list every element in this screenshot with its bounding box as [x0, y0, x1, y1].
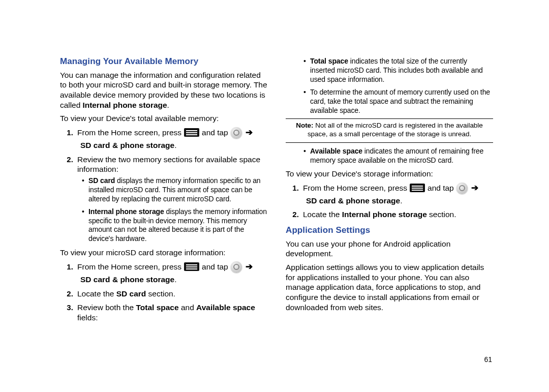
steps-list-sd: From the Home screen, press and tap ➔ SD… — [60, 261, 267, 323]
bullet-sd-bold: SD card — [88, 176, 115, 185]
step-2-text: Review the two memory sections for avail… — [77, 155, 260, 174]
bullet-internal-storage: Internal phone storage displays the memo… — [88, 207, 267, 244]
sd-step-2-pre: Locate the — [77, 289, 116, 298]
bullet-determine-text: To determine the amount of memory curren… — [310, 88, 490, 114]
left-column: Managing Your Available Memory You can m… — [60, 56, 267, 327]
note-text: Not all of the microSD card is registere… — [308, 122, 483, 138]
settings-icon — [231, 261, 242, 273]
settings-icon — [456, 183, 468, 194]
step-1-sub: SD card & phone storage. — [80, 140, 267, 150]
arrow-icon: ➔ — [246, 261, 253, 273]
settings-icon — [231, 127, 242, 138]
step-1-pre: From the Home screen, press — [77, 128, 181, 138]
document-page: Managing Your Available Memory You can m… — [0, 0, 549, 392]
columns: Managing Your Available Memory You can m… — [60, 56, 493, 327]
st-step-2-pre: Locate the — [303, 210, 342, 219]
sd-step-3-after: fields: — [77, 313, 98, 322]
step-2-bullets: SD card displays the memory information … — [77, 176, 267, 244]
st-step-2-bold: Internal phone storage — [342, 210, 427, 219]
right-column: Total space indicates the total size of … — [286, 56, 493, 327]
step-1-mid: and tap — [202, 128, 228, 138]
sd-step-3-bold2: Available space — [196, 303, 255, 312]
arrow-icon: ➔ — [246, 127, 253, 138]
sd-phone-storage-label: SD card & phone storage — [80, 141, 174, 149]
st-step-1: From the Home screen, press and tap ➔ SD… — [301, 183, 493, 206]
view-sd-info-text: To view your microSD card storage inform… — [60, 248, 267, 258]
app-settings-p1: You can use your phone for Android appli… — [286, 239, 493, 259]
sd-step-2-after: section. — [146, 289, 175, 298]
rule-bottom — [286, 142, 493, 143]
step-2: Review the two memory sections for avail… — [75, 155, 267, 244]
sd-step-3-bold1: Total space — [136, 303, 178, 312]
sd-phone-storage-label-3: SD card & phone storage — [306, 196, 400, 205]
arrow-icon: ➔ — [471, 183, 478, 194]
heading-application-settings: Application Settings — [286, 225, 493, 236]
intro-paragraph: You can manage the information and confi… — [60, 70, 267, 110]
bullet-total-space: Total space indicates the total size of … — [310, 57, 493, 84]
steps-list-total: From the Home screen, press and tap ➔ SD… — [60, 127, 267, 244]
rule-top — [286, 118, 493, 119]
heading-managing-memory: Managing Your Available Memory — [60, 56, 267, 67]
sd-step-3: Review both the Total space and Availabl… — [75, 303, 267, 322]
menu-icon — [184, 262, 199, 271]
view-total-memory-text: To view your Device's total available me… — [60, 113, 267, 124]
sd-step-2: Locate the SD card section. — [75, 289, 267, 299]
step-1-line: From the Home screen, press and tap ➔ — [77, 127, 267, 138]
right-bullets-top: Total space indicates the total size of … — [286, 57, 493, 115]
bullet-ips-bold: Internal phone storage — [88, 207, 164, 216]
st-step-1-sub: SD card & phone storage. — [306, 196, 493, 206]
view-storage-info-text: To view your Device's storage informatio… — [286, 169, 493, 179]
sd-step-2-bold: SD card — [116, 289, 146, 298]
app-settings-p2: Application settings allows you to view … — [286, 262, 493, 312]
steps-list-storage: From the Home screen, press and tap ➔ SD… — [286, 183, 493, 220]
sd-step-1-sub: SD card & phone storage. — [80, 275, 267, 285]
bullet-total-bold: Total space — [310, 57, 348, 65]
intro-bold: Internal phone storage — [82, 101, 167, 109]
bullet-avail-bold: Available space — [310, 147, 362, 155]
st-step-1-mid: and tap — [428, 183, 454, 193]
bullet-avail-space: Available space indicates the amount of … — [310, 147, 493, 165]
sd-phone-storage-label-2: SD card & phone storage — [80, 275, 174, 284]
sd-step-1-mid: and tap — [202, 262, 228, 272]
sd-step-3-pre: Review both the — [77, 303, 136, 312]
page-number: 61 — [484, 355, 492, 364]
st-step-1-pre: From the Home screen, press — [303, 183, 407, 193]
menu-icon — [410, 184, 425, 192]
menu-icon — [184, 128, 199, 137]
bullet-sd-card: SD card displays the memory information … — [88, 176, 267, 204]
sd-step-3-mid: and — [179, 303, 196, 312]
sd-step-1: From the Home screen, press and tap ➔ SD… — [75, 261, 267, 285]
note-bold: Note: — [296, 122, 313, 129]
st-step-2-after: section. — [427, 210, 456, 219]
right-bullets-avail: Available space indicates the amount of … — [286, 147, 493, 165]
bullet-determine: To determine the amount of memory curren… — [310, 88, 493, 115]
st-step-2: Locate the Internal phone storage sectio… — [301, 209, 493, 220]
step-1: From the Home screen, press and tap ➔ SD… — [75, 127, 267, 150]
st-step-1-line: From the Home screen, press and tap ➔ — [303, 183, 493, 194]
sd-step-1-line: From the Home screen, press and tap ➔ — [77, 261, 267, 273]
note-paragraph: Note: Not all of the microSD card is reg… — [286, 122, 493, 139]
sd-step-1-pre: From the Home screen, press — [77, 262, 181, 272]
